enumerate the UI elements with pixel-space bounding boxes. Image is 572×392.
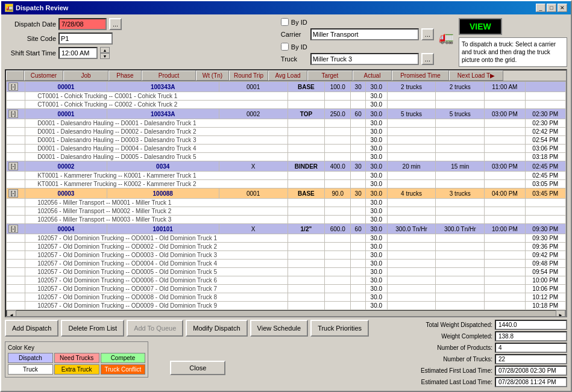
cell-toggle[interactable]: [-] (7, 224, 25, 234)
cell-actual-t (436, 285, 485, 293)
cell-truck-info: 102056 - Miller Transport -- M0002 - Mil… (25, 207, 288, 216)
table-row[interactable]: D0001 - Dalesandro Hauling -- D0004 - Da… (7, 145, 566, 153)
table-row[interactable]: D0001 - Dalesandro Hauling -- D0005 - Da… (7, 153, 566, 161)
cell-toggle[interactable]: [-] (7, 82, 25, 92)
truck-select[interactable]: Miller Truck 3 (310, 53, 419, 65)
cell-product-t (288, 216, 324, 224)
toggle-button[interactable]: [-] (8, 162, 18, 170)
close-button[interactable]: Close (170, 361, 225, 375)
table-row[interactable]: D0001 - Dalesandro Hauling -- D0002 - Da… (7, 128, 566, 136)
scroll-left-button[interactable]: ◄ (7, 310, 16, 316)
cell-product-t (288, 145, 324, 153)
carrier-by-id-row: By ID (281, 18, 434, 26)
cell-rt: 30 (351, 82, 366, 92)
cell-product-t (288, 268, 324, 276)
table-row[interactable]: 102057 - Old Dominion Trucking -- OD0001… (7, 234, 566, 243)
cell-toggle[interactable]: [-] (7, 109, 25, 119)
cell-product: BASE (288, 188, 324, 199)
view-button[interactable]: VIEW (459, 18, 502, 35)
cell-customer: 00002 (25, 161, 107, 172)
minimize-button[interactable]: _ (536, 4, 545, 12)
modify-dispatch-button[interactable]: Modify Dispatch (186, 320, 247, 337)
maximize-button[interactable]: □ (547, 4, 556, 12)
cell-target: 5 trucks (387, 109, 436, 119)
table-row[interactable]: 102056 - Miller Transport -- M0002 - Mil… (7, 207, 566, 216)
table-row[interactable]: 102057 - Old Dominion Trucking -- OD0007… (7, 285, 566, 293)
carrier-by-id-checkbox[interactable] (281, 18, 289, 26)
cell-toggle[interactable]: [-] (7, 161, 25, 172)
table-row[interactable]: 102057 - Old Dominion Trucking -- OD0009… (7, 302, 566, 310)
cell-rt-t (351, 199, 366, 207)
cell-actual: 5 trucks (436, 109, 485, 119)
close-button[interactable]: ✕ (558, 4, 567, 12)
cell-toggle[interactable]: [-] (7, 188, 25, 199)
table-row[interactable]: 102057 - Old Dominion Trucking -- OD0005… (7, 268, 566, 276)
carrier-select[interactable]: Miller Transport (310, 28, 419, 40)
cell-wt-t (325, 260, 351, 268)
cell-truck-info: 102057 - Old Dominion Trucking -- OD0006… (25, 276, 288, 285)
cell-target-t (387, 268, 436, 276)
table-row[interactable]: D0001 - Dalesandro Hauling -- D0001 - Da… (7, 119, 566, 128)
carrier-browse-button[interactable]: ... (421, 28, 434, 40)
site-code-select[interactable]: P1 (58, 33, 113, 45)
bottom-section: Add Dispatch Delete From List Add To Que… (5, 320, 567, 387)
truck-by-id-checkbox[interactable] (281, 43, 289, 51)
cell-promised-t (485, 207, 525, 216)
left-controls: Dispatch Date ... Site Code P1 Shift Sta… (5, 18, 122, 59)
toggle-button[interactable]: [-] (8, 82, 18, 91)
toggle-button[interactable]: [-] (8, 225, 18, 233)
dispatch-date-input[interactable] (58, 18, 107, 30)
color-key-extra-truck: Extra Truck (54, 364, 99, 375)
cell-target-t (387, 172, 436, 180)
table-row[interactable]: [-] 00001 100343A 0001 BASE 100.0 30 30.… (7, 82, 566, 92)
table-row[interactable]: [-] 00002 0034 X BINDER 400.0 30 30.0 20… (7, 161, 566, 172)
table-row[interactable]: 102057 - Old Dominion Trucking -- OD0008… (7, 293, 566, 302)
cell-product: BINDER (288, 161, 324, 172)
truck-priorities-button[interactable]: Truck Priorities (310, 320, 369, 337)
truck-browse-button[interactable]: ... (421, 53, 434, 65)
toggle-button[interactable]: [-] (8, 110, 18, 118)
table-row[interactable]: [-] 00004 100101 X 1/2" 600.0 60 30.0 30… (7, 224, 566, 234)
spin-up-icon[interactable]: ▲ (100, 47, 110, 53)
cell-actual-t (436, 207, 485, 216)
table-row[interactable]: 102057 - Old Dominion Trucking -- OD0003… (7, 251, 566, 260)
table-row[interactable]: CT0001 - Cohick Trucking -- C0001 - Cohi… (7, 92, 566, 101)
scroll-right-button[interactable]: ► (556, 310, 565, 316)
spin-down-icon[interactable]: ▼ (100, 53, 110, 59)
cell-target-t (387, 153, 436, 161)
table-row[interactable]: KT0001 - Kammerer Trucking -- K0001 - Ka… (7, 172, 566, 180)
cell-actual-t (436, 199, 485, 207)
cell-avg-t: 30.0 (365, 180, 387, 188)
table-row[interactable]: CT0001 - Cohick Trucking -- C0002 - Cohi… (7, 101, 566, 109)
cell-truck-info: 102057 - Old Dominion Trucking -- OD0001… (25, 234, 288, 243)
table-row[interactable]: [-] 00003 100088 0001 BASE 90.0 30 30.0 … (7, 188, 566, 199)
cell-rt-t (351, 285, 366, 293)
shift-start-spinner[interactable]: ▲ ▼ (100, 47, 110, 59)
toggle-button[interactable]: [-] (8, 189, 18, 198)
add-dispatch-button[interactable]: Add Dispatch (5, 320, 58, 337)
cell-rt-t (351, 243, 366, 251)
table-row[interactable]: 102057 - Old Dominion Trucking -- OD0002… (7, 243, 566, 251)
truck-drag-icon[interactable]: 🚛 (439, 30, 454, 45)
cell-promised: 03:00 PM (485, 161, 525, 172)
table-row[interactable]: 102056 - Miller Transport -- M0001 - Mil… (7, 199, 566, 207)
cell-promised: 03:00 PM (485, 109, 525, 119)
table-row[interactable]: D0001 - Dalesandro Hauling -- D0003 - Da… (7, 136, 566, 145)
cell-wt-t (325, 207, 351, 216)
view-schedule-button[interactable]: View Schedule (250, 320, 309, 337)
dispatch-date-browse-button[interactable]: ... (109, 18, 122, 30)
scroll-track[interactable] (16, 311, 556, 316)
cell-wt-t (325, 180, 351, 188)
table-row[interactable]: 102057 - Old Dominion Trucking -- OD0004… (7, 260, 566, 268)
table-row[interactable]: 102056 - Miller Transport -- M0003 - Mil… (7, 216, 566, 224)
shift-start-input[interactable] (58, 47, 98, 59)
first-load-label: Estimated First Load Time: (421, 367, 492, 374)
table-row[interactable]: [-] 00001 100343A 0002 TOP 250.0 60 30.0… (7, 109, 566, 119)
delete-from-list-button[interactable]: Delete From List (61, 320, 124, 337)
add-to-queue-button[interactable]: Add To Queue (127, 320, 183, 337)
horizontal-scrollbar[interactable]: ◄ ► (6, 310, 566, 316)
table-row[interactable]: KT0001 - Kammerer Trucking -- K0002 - Ka… (7, 180, 566, 188)
cell-avg-t: 30.0 (365, 128, 387, 136)
table-row[interactable]: 102057 - Old Dominion Trucking -- OD0006… (7, 276, 566, 285)
cell-avg-t: 30.0 (365, 153, 387, 161)
